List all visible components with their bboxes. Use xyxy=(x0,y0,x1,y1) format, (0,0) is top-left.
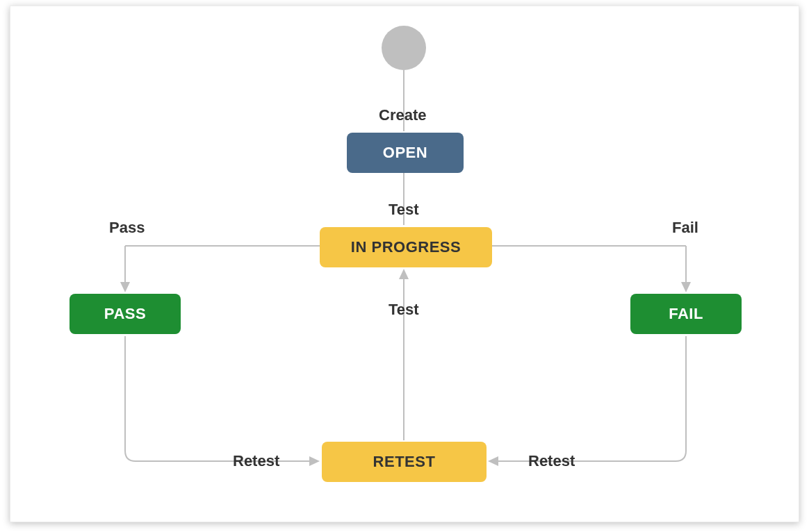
label-retest-left: Retest xyxy=(233,452,279,470)
state-inprogress: IN PROGRESS xyxy=(320,227,492,267)
state-retest: RETEST xyxy=(322,442,487,482)
start-node xyxy=(382,26,426,70)
label-test-retest: Test xyxy=(389,301,419,319)
arrow-retest-left xyxy=(309,456,320,466)
state-open-label: OPEN xyxy=(383,144,427,162)
state-retest-label: RETEST xyxy=(373,453,436,471)
state-open: OPEN xyxy=(347,133,464,173)
arrow-retest-right xyxy=(488,456,498,466)
edge-retest-left xyxy=(125,336,309,461)
label-test-open: Test xyxy=(389,201,419,219)
state-pass-label: PASS xyxy=(104,305,146,323)
label-pass: Pass xyxy=(109,219,145,237)
state-inprogress-label: IN PROGRESS xyxy=(351,238,461,256)
arrow-pass xyxy=(120,282,130,292)
edge-retest-right xyxy=(498,336,686,461)
diagram-canvas: .ln{stroke:#bfbfbf;stroke-width:2;fill:n… xyxy=(0,0,809,532)
diagram-card: .ln{stroke:#bfbfbf;stroke-width:2;fill:n… xyxy=(10,6,799,522)
state-fail: FAIL xyxy=(630,294,742,334)
label-create: Create xyxy=(379,106,426,124)
arrow-fail xyxy=(681,282,691,292)
state-pass: PASS xyxy=(70,294,181,334)
state-fail-label: FAIL xyxy=(669,305,703,323)
label-retest-right: Retest xyxy=(528,452,575,470)
arrow-test-retest xyxy=(399,269,409,279)
label-fail: Fail xyxy=(672,219,698,237)
